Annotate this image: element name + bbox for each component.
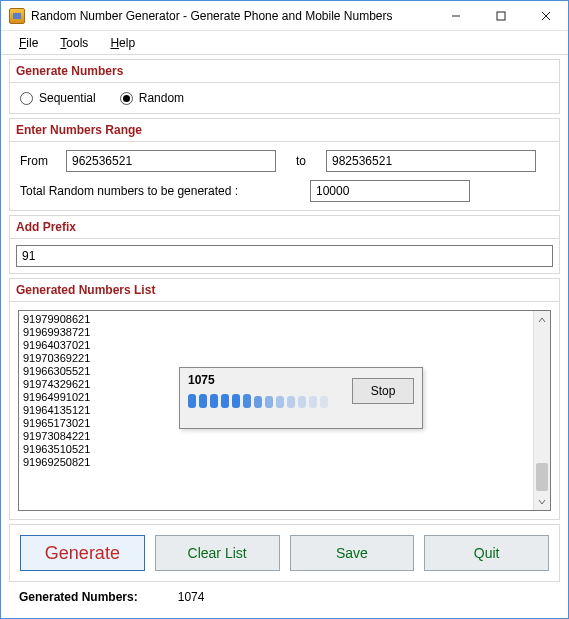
radio-circle-icon: [120, 92, 133, 105]
to-label: to: [286, 154, 316, 168]
content-area: Generate Numbers Sequential Random Enter…: [1, 55, 568, 618]
vertical-scrollbar[interactable]: [533, 311, 550, 510]
total-input[interactable]: [310, 180, 470, 202]
section-title-prefix: Add Prefix: [10, 216, 559, 239]
progress-bar: [188, 390, 328, 408]
section-title-range: Enter Numbers Range: [10, 119, 559, 142]
scrollbar-track[interactable]: [534, 328, 550, 493]
prefix-input[interactable]: [16, 245, 553, 267]
clear-list-button[interactable]: Clear List: [155, 535, 280, 571]
close-button[interactable]: [523, 1, 568, 30]
generate-button[interactable]: Generate: [20, 535, 145, 571]
scrollbar-thumb[interactable]: [536, 463, 548, 491]
section-generate-numbers: Generate Numbers Sequential Random: [9, 59, 560, 114]
section-range: Enter Numbers Range From to Total Random…: [9, 118, 560, 211]
window-title: Random Number Generator - Generate Phone…: [31, 9, 433, 23]
total-label: Total Random numbers to be generated :: [20, 184, 300, 198]
radio-group-mode: Sequential Random: [20, 91, 549, 105]
from-label: From: [20, 154, 56, 168]
list-items: 91979908621 91969938721 91964037021 9197…: [23, 313, 90, 469]
maximize-button[interactable]: [478, 1, 523, 30]
stop-button[interactable]: Stop: [352, 378, 414, 404]
radio-random-label: Random: [139, 91, 184, 105]
menu-tools[interactable]: Tools: [50, 34, 98, 52]
menu-help[interactable]: Help: [100, 34, 145, 52]
menubar: File Tools Help: [1, 31, 568, 55]
menu-file[interactable]: File: [9, 34, 48, 52]
minimize-button[interactable]: [433, 1, 478, 30]
action-button-row: Generate Clear List Save Quit: [9, 524, 560, 582]
radio-sequential-label: Sequential: [39, 91, 96, 105]
section-title-generate: Generate Numbers: [10, 60, 559, 83]
svg-rect-1: [497, 12, 505, 20]
progress-count: 1075: [188, 374, 328, 387]
save-button[interactable]: Save: [290, 535, 415, 571]
section-title-list: Generated Numbers List: [10, 279, 559, 302]
titlebar: Random Number Generator - Generate Phone…: [1, 1, 568, 31]
from-input[interactable]: [66, 150, 276, 172]
quit-button[interactable]: Quit: [424, 535, 549, 571]
generated-numbers-listbox[interactable]: 91979908621 91969938721 91964037021 9197…: [18, 310, 551, 511]
app-icon: [9, 8, 25, 24]
progress-dialog: 1075 Stop: [179, 367, 423, 429]
section-prefix: Add Prefix: [9, 215, 560, 274]
status-bar: Generated Numbers: 1074: [9, 586, 560, 610]
window-controls: [433, 1, 568, 30]
scroll-down-icon[interactable]: [534, 493, 551, 510]
to-input[interactable]: [326, 150, 536, 172]
radio-sequential[interactable]: Sequential: [20, 91, 96, 105]
status-label: Generated Numbers:: [19, 590, 138, 604]
section-list: Generated Numbers List 91979908621 91969…: [9, 278, 560, 520]
scroll-up-icon[interactable]: [534, 311, 551, 328]
status-value: 1074: [178, 590, 205, 604]
radio-random[interactable]: Random: [120, 91, 184, 105]
radio-circle-icon: [20, 92, 33, 105]
